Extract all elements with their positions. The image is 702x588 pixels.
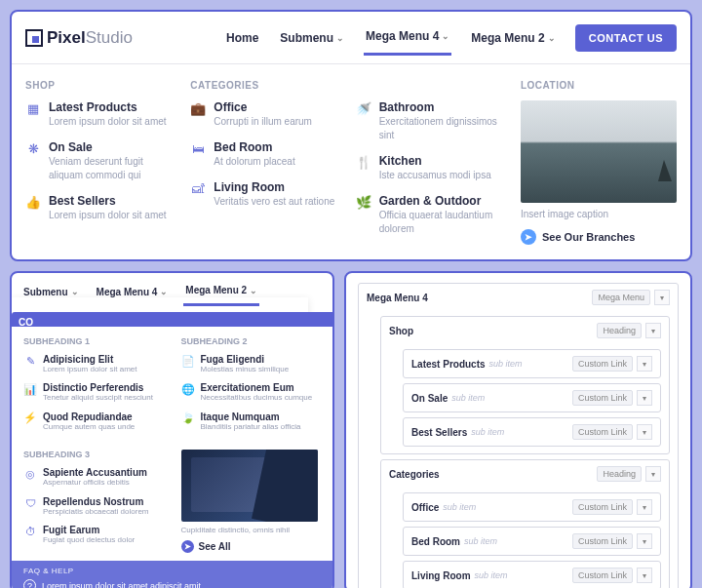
logo-bold: Pixel: [47, 28, 86, 47]
chevron-down-icon: ⌄: [548, 33, 556, 43]
nav-submenu[interactable]: Submenu⌄: [21, 279, 81, 306]
logo-light: Studio: [86, 28, 133, 47]
tree-row[interactable]: Officesub itemCustom Link▾: [404, 493, 660, 521]
chevron-down-icon: ⌄: [336, 33, 344, 43]
nav-links: Home Submenu⌄ Mega Menu 4⌄ Mega Menu 2⌄: [224, 20, 558, 56]
tree-row[interactable]: Best Sellerssub itemCustom Link▾: [404, 418, 660, 446]
list-item[interactable]: ⚡Quod RepudiandaeCumque autem quas unde: [23, 412, 164, 432]
bolt-icon: ⚡: [23, 412, 37, 424]
menu-item-bestsellers[interactable]: 👍Best SellersLorem ipsum dolor sit amet: [25, 194, 171, 222]
see-all-link[interactable]: ➤ See All: [181, 540, 322, 553]
globe-icon: 🌐: [181, 383, 195, 395]
tree-toggle-button[interactable]: ▾: [645, 466, 661, 482]
spacer: [356, 80, 501, 91]
type-tag: Heading: [597, 323, 642, 338]
target-icon: ◎: [23, 468, 37, 480]
tree-row[interactable]: Shop Heading ▾: [381, 317, 669, 344]
nav-submenu[interactable]: Submenu⌄: [278, 20, 346, 56]
bl-nav: Submenu⌄ Mega Menu 4⌄ Mega Menu 2⌄: [12, 273, 332, 306]
tree-categories: Categories Heading ▾ Officesub itemCusto…: [380, 459, 670, 588]
sofa-icon: 🛋: [190, 181, 206, 195]
top-nav: PixelStudio Home Submenu⌄ Mega Menu 4⌄ M…: [12, 12, 690, 64]
logo[interactable]: PixelStudio: [25, 28, 133, 48]
menu-item-latest[interactable]: ▦Latest ProductsLorem ipsum dolor sit am…: [25, 100, 171, 129]
tree-row[interactable]: Bed Roomsub itemCustom Link▾: [404, 528, 660, 555]
type-tag: Custom Link: [572, 356, 633, 372]
tree-toggle-button[interactable]: ▾: [637, 568, 652, 583]
garden-icon: 🌿: [356, 195, 371, 209]
tree-toggle-button[interactable]: ▾: [645, 323, 661, 338]
chevron-down-icon: ⌄: [442, 31, 449, 41]
faq-bar: FAQ & HELP ? Lorem ipsum dolor sit amet …: [12, 561, 332, 588]
type-tag: Custom Link: [572, 499, 633, 515]
tree-toggle-button[interactable]: ▾: [637, 424, 652, 440]
list-item[interactable]: 📄Fuga EligendiMolestias minus similique: [181, 354, 322, 374]
categories-heading: CATEGORIES: [190, 80, 335, 91]
menu-item-garden[interactable]: 🌿Garden & OutdoorOfficia quaerat laudant…: [356, 194, 501, 236]
tree-row[interactable]: Latest Productssub itemCustom Link▾: [404, 350, 660, 377]
mega-cat-col2: 🚿BathroomExercitationem dignissimos sint…: [356, 80, 501, 248]
nav-megamenu4[interactable]: Mega Menu 4⌄: [95, 279, 171, 306]
subheading2: SUBHEADING 2: [181, 336, 322, 346]
tree-row[interactable]: Living Roomsub itemCustom Link▾: [404, 562, 660, 588]
chevron-down-icon: ⌄: [160, 287, 168, 296]
tree-toggle-button[interactable]: ▾: [637, 356, 652, 372]
tree-toggle-button[interactable]: ▾: [654, 290, 670, 305]
tree-root: Mega Menu 4 Mega Menu ▾ Shop Heading ▾ L…: [358, 283, 679, 588]
tree-toggle-button[interactable]: ▾: [637, 390, 652, 406]
logo-icon: [25, 29, 43, 47]
type-tag: Custom Link: [572, 533, 633, 549]
image-caption: Insert image caption: [521, 209, 677, 219]
list-item[interactable]: ◎Sapiente AccusantiumAspernatur officiis…: [23, 467, 164, 488]
faq-item[interactable]: ? Lorem ipsum dolor sit amet adipiscit a…: [23, 579, 321, 588]
list-item[interactable]: ✎Adipisicing ElitLorem ipsum dolor sit a…: [23, 354, 164, 374]
shield-icon: 🛡: [23, 497, 37, 509]
shop-heading: SHOP: [25, 80, 171, 91]
bottom-left-panel: Submenu⌄ Mega Menu 4⌄ Mega Menu 2⌄ CO SU…: [10, 271, 334, 588]
feature-caption: Cupiditate distinctio, omnis nihil: [181, 526, 322, 534]
tree-row[interactable]: Mega Menu 4 Mega Menu ▾: [359, 284, 678, 311]
question-icon: ?: [23, 579, 36, 588]
nav-home[interactable]: Home: [224, 20, 260, 56]
list-item[interactable]: 📊Distinctio PerferendisTenetur aliquid s…: [23, 382, 164, 403]
subheading1: SUBHEADING 1: [23, 336, 164, 346]
subheading3: SUBHEADING 3: [23, 450, 164, 459]
nav-megamenu4[interactable]: Mega Menu 4⌄: [364, 20, 451, 56]
see-branches-link[interactable]: ➤ See Our Branches: [521, 229, 677, 245]
list-item[interactable]: ⏱Fugit EarumFugiat quod delectus dolor: [23, 525, 164, 545]
feature-image: [181, 450, 318, 522]
list-item[interactable]: 🍃Itaque NumquamBlanditiis pariatur alias…: [181, 412, 322, 432]
kitchen-icon: 🍴: [356, 155, 371, 169]
tree-toggle-button[interactable]: ▾: [637, 499, 652, 515]
grid-icon: ▦: [25, 101, 41, 115]
thumb-icon: 👍: [25, 195, 41, 209]
mega-menu: SHOP ▦Latest ProductsLorem ipsum dolor s…: [12, 64, 690, 259]
contact-button[interactable]: CONTACT US: [575, 24, 677, 52]
menu-item-office[interactable]: 💼OfficeCorrupti in illum earum: [190, 100, 335, 129]
mega-cat-col1: CATEGORIES 💼OfficeCorrupti in illum earu…: [190, 80, 335, 248]
location-heading: LOCATION: [521, 80, 677, 91]
nav-megamenu2[interactable]: Mega Menu 2⌄: [469, 20, 557, 56]
list-item[interactable]: 🛡Repellendus NostrumPerspiciatis obcaeca…: [23, 496, 164, 517]
tree-toggle-button[interactable]: ▾: [637, 533, 652, 549]
clock-icon: ⏱: [23, 526, 37, 537]
bottom-right-panel: Mega Menu 4 Mega Menu ▾ Shop Heading ▾ L…: [344, 271, 692, 588]
menu-item-onsale[interactable]: ❋On SaleVeniam deserunt fugit aliquam co…: [25, 140, 171, 182]
leaf-icon: 🍃: [181, 412, 195, 424]
chevron-down-icon: ⌄: [250, 286, 257, 295]
menu-item-bedroom[interactable]: 🛏Bed RoomAt dolorum placeat: [190, 140, 335, 169]
menu-item-kitchen[interactable]: 🍴KitchenIste accusamus modi ipsa: [356, 154, 501, 182]
menu-item-bathroom[interactable]: 🚿BathroomExercitationem dignissimos sint: [356, 100, 501, 142]
type-tag: Mega Menu: [592, 290, 650, 305]
tree-row[interactable]: On Salesub itemCustom Link▾: [404, 384, 660, 412]
type-tag: Custom Link: [572, 568, 633, 583]
nav-megamenu2[interactable]: Mega Menu 2⌄: [183, 279, 259, 306]
pen-icon: ✎: [23, 355, 37, 367]
tree-row[interactable]: Categories Heading ▾: [381, 460, 669, 488]
bath-icon: 🚿: [356, 101, 371, 115]
faq-heading: FAQ & HELP: [23, 567, 321, 575]
arrow-icon: ➤: [521, 229, 536, 245]
chart-icon: 📊: [23, 383, 37, 395]
menu-item-living[interactable]: 🛋Living RoomVeritatis vero est aut ratio…: [190, 180, 335, 209]
list-item[interactable]: 🌐Exercitationem EumNecessitatibus ducimu…: [181, 382, 322, 403]
